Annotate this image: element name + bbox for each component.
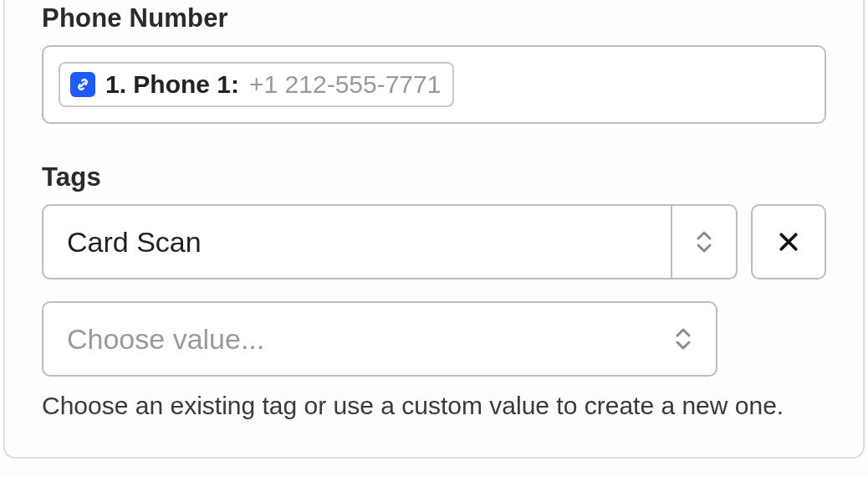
tag-select-1[interactable]: Card Scan [42, 204, 738, 280]
tags-label: Tags [42, 162, 826, 192]
phone-chip-label: 1. Phone 1: [105, 70, 239, 99]
select-caret-icon[interactable] [651, 303, 716, 375]
tags-helper-text: Choose an existing tag or use a custom v… [42, 392, 826, 420]
link-icon [70, 72, 95, 97]
phone-label: Phone Number [42, 3, 826, 33]
form-panel: Phone Number 1. Phone 1: +1 212-555-7771… [3, 0, 865, 459]
phone-input[interactable]: 1. Phone 1: +1 212-555-7771 [42, 45, 826, 124]
phone-chip-value: +1 212-555-7771 [249, 70, 441, 99]
select-caret-icon[interactable] [671, 206, 736, 278]
tag-select-2[interactable]: Choose value... [42, 301, 717, 377]
remove-tag-button[interactable] [751, 204, 826, 280]
phone-chip[interactable]: 1. Phone 1: +1 212-555-7771 [59, 62, 454, 107]
tag-select-2-placeholder: Choose value... [43, 303, 651, 375]
tag-select-1-value: Card Scan [43, 206, 671, 278]
